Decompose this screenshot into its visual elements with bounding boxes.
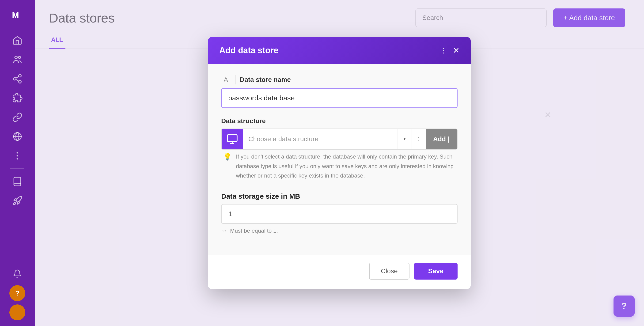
modal-title: Add data store — [219, 46, 278, 55]
svg-line-7 — [16, 76, 19, 78]
sidebar-item-rocket[interactable] — [8, 192, 27, 209]
data-store-name-input[interactable] — [221, 88, 458, 108]
sidebar-bottom: ? — [10, 266, 25, 320]
modal: Add data store ⋮ ✕ A D — [208, 37, 471, 289]
modal-header: Add data store ⋮ ✕ — [208, 37, 471, 64]
ds-more-options[interactable]: ⋮ — [412, 129, 426, 149]
storage-size-input[interactable] — [221, 204, 458, 224]
constraint-icon: ↔ — [221, 227, 227, 234]
modal-more-options[interactable]: ⋮ — [440, 46, 447, 54]
sidebar-item-puzzle[interactable] — [8, 90, 27, 106]
avatar[interactable] — [10, 304, 25, 320]
ds-add-button[interactable]: Add| — [426, 129, 457, 149]
close-button[interactable]: Close — [369, 263, 410, 280]
storage-field-row: Data storage size in MB ↔ Must be equal … — [221, 192, 458, 234]
storage-label: Data storage size in MB — [221, 192, 300, 200]
modal-body: A Data store name Data structure — [208, 64, 471, 255]
app-logo[interactable]: M — [9, 8, 26, 22]
data-structure-select-row: Choose a data structure ▾ ⋮ Add| — [221, 128, 458, 150]
svg-point-3 — [19, 74, 21, 77]
sidebar-item-share[interactable] — [8, 70, 27, 87]
name-label: Data store name — [240, 76, 291, 84]
structure-label-row: Data structure — [221, 117, 458, 125]
storage-label-row: Data storage size in MB — [221, 192, 458, 200]
svg-point-4 — [14, 78, 16, 80]
sidebar-item-globe[interactable] — [8, 128, 27, 145]
modal-close-button[interactable]: ✕ — [453, 46, 460, 54]
name-field-row: A Data store name — [221, 75, 458, 108]
sidebar: M — [0, 0, 35, 326]
ds-icon-box — [222, 129, 243, 149]
sidebar-item-home[interactable] — [8, 32, 27, 49]
sidebar-divider — [10, 168, 24, 169]
svg-point-9 — [17, 152, 18, 154]
svg-point-5 — [19, 80, 21, 83]
modal-header-actions: ⋮ ✕ — [440, 46, 460, 54]
svg-line-6 — [16, 80, 19, 81]
sidebar-item-link[interactable] — [8, 109, 27, 126]
sidebar-item-book[interactable] — [8, 173, 27, 190]
info-icon: 💡 — [223, 152, 232, 180]
label-divider — [235, 75, 236, 84]
data-structure-select[interactable]: Choose a data structure — [243, 129, 398, 149]
sidebar-nav — [0, 32, 35, 266]
modal-overlay: Add data store ⋮ ✕ A D — [35, 0, 644, 326]
name-form-icon: A — [221, 75, 230, 84]
help-button[interactable]: ? — [10, 285, 25, 301]
structure-field-row: Data structure Choose a data structure — [221, 117, 458, 183]
ds-chevron-icon[interactable]: ▾ — [398, 129, 412, 149]
svg-point-10 — [17, 155, 18, 157]
structure-label: Data structure — [221, 117, 266, 125]
svg-point-11 — [17, 158, 18, 160]
svg-text:M: M — [12, 11, 19, 20]
modal-footer: Close Save — [208, 255, 471, 289]
save-button[interactable]: Save — [414, 263, 458, 280]
sidebar-item-users[interactable] — [8, 51, 27, 68]
svg-point-2 — [18, 56, 21, 58]
info-box: 💡 If you don't select a data structure, … — [221, 150, 458, 183]
constraint-label: Must be equal to 1. — [230, 228, 278, 234]
info-text: If you don't select a data structure, th… — [236, 152, 456, 180]
constraint-text: ↔ Must be equal to 1. — [221, 227, 458, 234]
svg-point-1 — [15, 56, 17, 59]
sidebar-item-more[interactable] — [8, 147, 27, 164]
name-label-row: A Data store name — [221, 75, 458, 84]
main-content: Data stores + Add data store ALL Data st… — [35, 0, 644, 326]
notifications-button[interactable] — [10, 266, 25, 282]
svg-rect-12 — [227, 134, 237, 142]
